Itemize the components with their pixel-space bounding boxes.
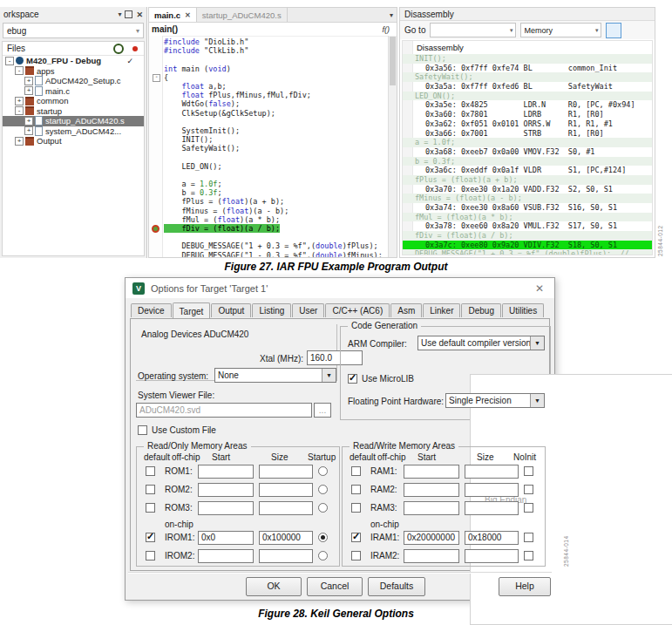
- close-tab-icon[interactable]: ✕: [185, 11, 191, 19]
- code-line[interactable]: WdtGo(false);: [164, 99, 389, 108]
- size-input[interactable]: [259, 465, 313, 479]
- noinit-checkbox[interactable]: [524, 503, 533, 513]
- tab-listing[interactable]: Listing: [252, 303, 291, 317]
- startup-radio[interactable]: [318, 466, 328, 476]
- tab-utilities[interactable]: Utilities: [502, 303, 544, 317]
- startup-radio[interactable]: [318, 551, 328, 560]
- memory-view-combo[interactable]: Memory ▾: [520, 23, 601, 37]
- browse-button[interactable]: ...: [314, 403, 331, 418]
- editor-tab[interactable]: main.c✕: [149, 8, 197, 22]
- tab-device[interactable]: Device: [131, 303, 172, 317]
- tree-item[interactable]: +system_ADuCM42...: [3, 126, 144, 137]
- tab-asm[interactable]: Asm: [390, 303, 422, 317]
- tab-user[interactable]: User: [292, 303, 324, 317]
- code-line[interactable]: {: [164, 73, 389, 82]
- code-line[interactable]: fDiv = (float)(a / b);: [164, 224, 389, 233]
- default-checkbox[interactable]: [351, 551, 361, 560]
- ok-button[interactable]: OK: [246, 577, 302, 596]
- startup-radio[interactable]: [318, 503, 328, 513]
- tree-item[interactable]: +main.c: [3, 86, 144, 97]
- default-checkbox[interactable]: [146, 503, 155, 513]
- cancel-button[interactable]: Cancel: [307, 577, 363, 596]
- size-input[interactable]: [259, 501, 313, 515]
- start-input[interactable]: [198, 465, 254, 479]
- start-input[interactable]: [404, 465, 459, 479]
- tab-output[interactable]: Output: [211, 303, 251, 317]
- expander-icon[interactable]: +: [15, 137, 24, 146]
- configuration-dropdown[interactable]: ebug ▾: [3, 23, 144, 38]
- tree-item[interactable]: +Output: [3, 136, 144, 146]
- default-checkbox[interactable]: [351, 503, 361, 513]
- close-icon[interactable]: ✕: [532, 282, 547, 295]
- size-input[interactable]: 0x100000: [259, 531, 313, 545]
- breakpoint-icon[interactable]: [152, 225, 160, 233]
- close-panel-icon[interactable]: ✕: [136, 10, 143, 19]
- editor-gutter[interactable]: -: [149, 36, 163, 257]
- tab-linker[interactable]: Linker: [423, 303, 460, 317]
- expander-icon[interactable]: +: [24, 117, 33, 126]
- code-line[interactable]: a = 1.0f;: [164, 180, 389, 188]
- noinit-checkbox[interactable]: [524, 533, 533, 542]
- editor-tab[interactable]: startup_ADuCM420.s: [197, 8, 288, 22]
- breadcrumb[interactable]: main(): [152, 24, 178, 34]
- code-line[interactable]: SafetyWait();: [164, 144, 389, 153]
- dock-icon[interactable]: [125, 10, 132, 18]
- expander-icon[interactable]: -: [15, 106, 24, 115]
- default-checkbox[interactable]: [146, 485, 155, 494]
- start-input[interactable]: [404, 501, 459, 515]
- start-input[interactable]: [404, 549, 459, 563]
- fph-dropdown[interactable]: Single Precision ▼: [445, 393, 545, 408]
- use-custom-file-checkbox[interactable]: Use Custom File: [138, 425, 216, 435]
- code-line[interactable]: [164, 153, 389, 161]
- code-line[interactable]: int main (void): [164, 65, 389, 73]
- expander-icon[interactable]: +: [15, 97, 24, 105]
- tab-target[interactable]: Target: [173, 302, 211, 318]
- editor-scrollbar[interactable]: [388, 36, 397, 257]
- size-input[interactable]: 0x18000: [465, 531, 519, 545]
- checkbox-icon[interactable]: [138, 425, 147, 435]
- code-line[interactable]: b = 0.3f;: [164, 188, 389, 197]
- code-line[interactable]: float a,b;: [164, 82, 389, 91]
- code-line[interactable]: [164, 171, 389, 180]
- default-checkbox[interactable]: [351, 485, 361, 494]
- size-input[interactable]: [465, 549, 519, 563]
- code-line[interactable]: [164, 55, 389, 64]
- expander-icon[interactable]: +: [24, 86, 33, 95]
- size-input[interactable]: [465, 483, 519, 497]
- default-checkbox[interactable]: [146, 533, 155, 542]
- tree-item[interactable]: -startup: [3, 106, 144, 117]
- disassembly-listing[interactable]: Disassembly INIT();0x3a56: 0xf7ff 0xfe74…: [402, 40, 653, 255]
- checkbox-icon[interactable]: [348, 374, 357, 384]
- default-checkbox[interactable]: [351, 466, 361, 476]
- function-list-icon[interactable]: f(): [383, 25, 390, 34]
- start-input[interactable]: [198, 549, 254, 563]
- code-line[interactable]: #include "ClkLib.h": [164, 46, 389, 55]
- code-editor[interactable]: - #include "DioLib.h"#include "ClkLib.h"…: [149, 36, 389, 257]
- code-line[interactable]: DEBUG_MESSAGE("1 + 0.3 = %f",(double)fPl…: [164, 241, 389, 250]
- tree-item[interactable]: -M420_FPU - Debug✓: [3, 56, 144, 66]
- expander-icon[interactable]: +: [24, 126, 33, 135]
- start-input[interactable]: 0x0: [198, 531, 254, 545]
- default-checkbox[interactable]: [351, 533, 361, 542]
- default-checkbox[interactable]: [146, 466, 155, 476]
- tab-c-c-ac6-[interactable]: C/C++ (AC6): [325, 303, 390, 317]
- code-line[interactable]: DEBUG_MESSAGE("1 - 0.3 = %f",(double)fMi…: [164, 251, 389, 258]
- arm-compiler-dropdown[interactable]: Use default compiler version 6 ▼: [417, 336, 545, 350]
- tree-item[interactable]: +common: [3, 96, 144, 106]
- code-line[interactable]: fMul = (float)(a * b);: [164, 215, 389, 224]
- code-line[interactable]: fMinus = (float)(a - b);: [164, 207, 389, 215]
- panel-menu-icon[interactable]: ▾: [118, 10, 121, 18]
- startup-radio[interactable]: [318, 533, 328, 542]
- code-coverage-icon[interactable]: [606, 23, 621, 38]
- size-input[interactable]: [465, 465, 519, 479]
- goto-address-combo[interactable]: ▾: [430, 23, 516, 37]
- help-button[interactable]: Help: [499, 577, 551, 596]
- os-dropdown[interactable]: None ▼: [214, 368, 336, 383]
- tree-item[interactable]: +startup_ADuCM420.s: [3, 116, 144, 126]
- expander-icon[interactable]: +: [24, 77, 33, 85]
- noinit-checkbox[interactable]: [524, 485, 533, 494]
- code-line[interactable]: INIT();: [164, 135, 389, 144]
- tab-debug[interactable]: Debug: [461, 303, 500, 317]
- defaults-button[interactable]: Defaults: [368, 577, 425, 596]
- start-input[interactable]: [198, 501, 254, 515]
